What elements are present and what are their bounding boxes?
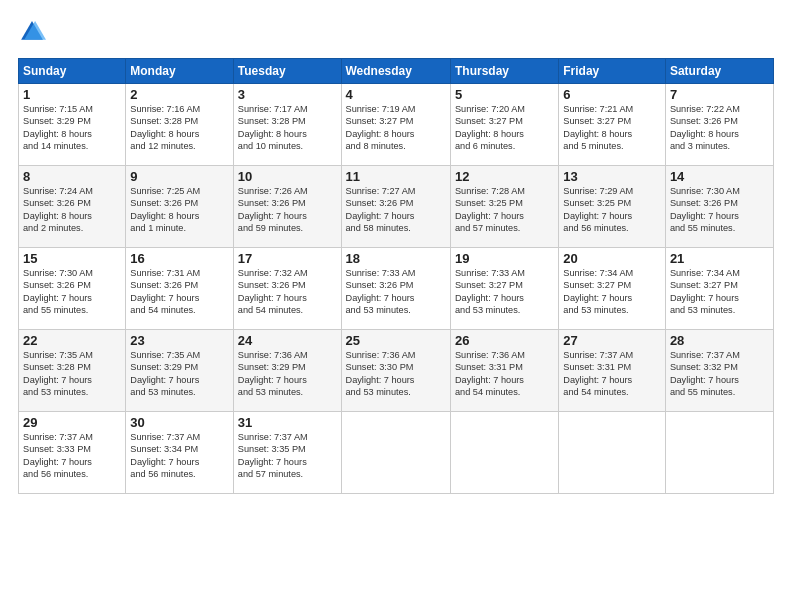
day-info: Sunrise: 7:24 AM Sunset: 3:26 PM Dayligh… [23, 185, 121, 235]
day-info: Sunrise: 7:37 AM Sunset: 3:35 PM Dayligh… [238, 431, 337, 481]
day-info: Sunrise: 7:37 AM Sunset: 3:34 PM Dayligh… [130, 431, 228, 481]
day-number: 29 [23, 415, 121, 430]
day-info: Sunrise: 7:30 AM Sunset: 3:26 PM Dayligh… [670, 185, 769, 235]
calendar-day-cell: 1Sunrise: 7:15 AM Sunset: 3:29 PM Daylig… [19, 84, 126, 166]
day-info: Sunrise: 7:32 AM Sunset: 3:26 PM Dayligh… [238, 267, 337, 317]
day-info: Sunrise: 7:31 AM Sunset: 3:26 PM Dayligh… [130, 267, 228, 317]
day-info: Sunrise: 7:36 AM Sunset: 3:30 PM Dayligh… [346, 349, 446, 399]
header [18, 18, 774, 46]
calendar-day-cell [665, 412, 773, 494]
day-number: 12 [455, 169, 554, 184]
calendar-day-cell: 28Sunrise: 7:37 AM Sunset: 3:32 PM Dayli… [665, 330, 773, 412]
day-info: Sunrise: 7:16 AM Sunset: 3:28 PM Dayligh… [130, 103, 228, 153]
calendar-week-row: 15Sunrise: 7:30 AM Sunset: 3:26 PM Dayli… [19, 248, 774, 330]
calendar-week-row: 22Sunrise: 7:35 AM Sunset: 3:28 PM Dayli… [19, 330, 774, 412]
day-info: Sunrise: 7:35 AM Sunset: 3:29 PM Dayligh… [130, 349, 228, 399]
day-number: 9 [130, 169, 228, 184]
calendar-day-cell [341, 412, 450, 494]
day-info: Sunrise: 7:33 AM Sunset: 3:26 PM Dayligh… [346, 267, 446, 317]
calendar-day-cell: 25Sunrise: 7:36 AM Sunset: 3:30 PM Dayli… [341, 330, 450, 412]
logo-icon [18, 18, 46, 46]
calendar-day-cell: 30Sunrise: 7:37 AM Sunset: 3:34 PM Dayli… [126, 412, 233, 494]
day-number: 8 [23, 169, 121, 184]
calendar-week-row: 29Sunrise: 7:37 AM Sunset: 3:33 PM Dayli… [19, 412, 774, 494]
day-info: Sunrise: 7:37 AM Sunset: 3:33 PM Dayligh… [23, 431, 121, 481]
day-number: 7 [670, 87, 769, 102]
calendar-day-cell: 17Sunrise: 7:32 AM Sunset: 3:26 PM Dayli… [233, 248, 341, 330]
calendar-day-cell: 26Sunrise: 7:36 AM Sunset: 3:31 PM Dayli… [450, 330, 558, 412]
day-info: Sunrise: 7:17 AM Sunset: 3:28 PM Dayligh… [238, 103, 337, 153]
day-number: 22 [23, 333, 121, 348]
calendar-day-cell: 14Sunrise: 7:30 AM Sunset: 3:26 PM Dayli… [665, 166, 773, 248]
day-number: 15 [23, 251, 121, 266]
calendar-day-cell: 4Sunrise: 7:19 AM Sunset: 3:27 PM Daylig… [341, 84, 450, 166]
day-number: 28 [670, 333, 769, 348]
calendar-header-sunday: Sunday [19, 59, 126, 84]
day-info: Sunrise: 7:30 AM Sunset: 3:26 PM Dayligh… [23, 267, 121, 317]
day-info: Sunrise: 7:22 AM Sunset: 3:26 PM Dayligh… [670, 103, 769, 153]
calendar-day-cell: 10Sunrise: 7:26 AM Sunset: 3:26 PM Dayli… [233, 166, 341, 248]
calendar-header-monday: Monday [126, 59, 233, 84]
calendar-week-row: 8Sunrise: 7:24 AM Sunset: 3:26 PM Daylig… [19, 166, 774, 248]
calendar-header-thursday: Thursday [450, 59, 558, 84]
day-number: 31 [238, 415, 337, 430]
day-info: Sunrise: 7:28 AM Sunset: 3:25 PM Dayligh… [455, 185, 554, 235]
calendar-day-cell: 29Sunrise: 7:37 AM Sunset: 3:33 PM Dayli… [19, 412, 126, 494]
day-info: Sunrise: 7:36 AM Sunset: 3:31 PM Dayligh… [455, 349, 554, 399]
day-info: Sunrise: 7:33 AM Sunset: 3:27 PM Dayligh… [455, 267, 554, 317]
day-number: 16 [130, 251, 228, 266]
calendar-day-cell: 16Sunrise: 7:31 AM Sunset: 3:26 PM Dayli… [126, 248, 233, 330]
calendar-day-cell: 6Sunrise: 7:21 AM Sunset: 3:27 PM Daylig… [559, 84, 666, 166]
day-number: 1 [23, 87, 121, 102]
day-number: 27 [563, 333, 661, 348]
calendar-header-tuesday: Tuesday [233, 59, 341, 84]
calendar-day-cell [450, 412, 558, 494]
calendar-day-cell [559, 412, 666, 494]
day-info: Sunrise: 7:27 AM Sunset: 3:26 PM Dayligh… [346, 185, 446, 235]
day-number: 24 [238, 333, 337, 348]
day-number: 30 [130, 415, 228, 430]
calendar-day-cell: 22Sunrise: 7:35 AM Sunset: 3:28 PM Dayli… [19, 330, 126, 412]
calendar-header-row: SundayMondayTuesdayWednesdayThursdayFrid… [19, 59, 774, 84]
day-info: Sunrise: 7:35 AM Sunset: 3:28 PM Dayligh… [23, 349, 121, 399]
calendar-day-cell: 24Sunrise: 7:36 AM Sunset: 3:29 PM Dayli… [233, 330, 341, 412]
calendar-header-friday: Friday [559, 59, 666, 84]
calendar-day-cell: 8Sunrise: 7:24 AM Sunset: 3:26 PM Daylig… [19, 166, 126, 248]
calendar-day-cell: 7Sunrise: 7:22 AM Sunset: 3:26 PM Daylig… [665, 84, 773, 166]
day-number: 13 [563, 169, 661, 184]
calendar-day-cell: 12Sunrise: 7:28 AM Sunset: 3:25 PM Dayli… [450, 166, 558, 248]
day-number: 5 [455, 87, 554, 102]
day-info: Sunrise: 7:37 AM Sunset: 3:31 PM Dayligh… [563, 349, 661, 399]
day-info: Sunrise: 7:26 AM Sunset: 3:26 PM Dayligh… [238, 185, 337, 235]
day-info: Sunrise: 7:37 AM Sunset: 3:32 PM Dayligh… [670, 349, 769, 399]
day-info: Sunrise: 7:29 AM Sunset: 3:25 PM Dayligh… [563, 185, 661, 235]
day-info: Sunrise: 7:21 AM Sunset: 3:27 PM Dayligh… [563, 103, 661, 153]
day-info: Sunrise: 7:25 AM Sunset: 3:26 PM Dayligh… [130, 185, 228, 235]
calendar-day-cell: 23Sunrise: 7:35 AM Sunset: 3:29 PM Dayli… [126, 330, 233, 412]
day-info: Sunrise: 7:34 AM Sunset: 3:27 PM Dayligh… [670, 267, 769, 317]
day-number: 14 [670, 169, 769, 184]
day-number: 10 [238, 169, 337, 184]
day-info: Sunrise: 7:19 AM Sunset: 3:27 PM Dayligh… [346, 103, 446, 153]
day-info: Sunrise: 7:15 AM Sunset: 3:29 PM Dayligh… [23, 103, 121, 153]
day-number: 21 [670, 251, 769, 266]
calendar-day-cell: 19Sunrise: 7:33 AM Sunset: 3:27 PM Dayli… [450, 248, 558, 330]
calendar-day-cell: 5Sunrise: 7:20 AM Sunset: 3:27 PM Daylig… [450, 84, 558, 166]
day-number: 6 [563, 87, 661, 102]
calendar-day-cell: 13Sunrise: 7:29 AM Sunset: 3:25 PM Dayli… [559, 166, 666, 248]
day-number: 25 [346, 333, 446, 348]
calendar-header-saturday: Saturday [665, 59, 773, 84]
calendar-day-cell: 31Sunrise: 7:37 AM Sunset: 3:35 PM Dayli… [233, 412, 341, 494]
calendar-day-cell: 20Sunrise: 7:34 AM Sunset: 3:27 PM Dayli… [559, 248, 666, 330]
day-number: 18 [346, 251, 446, 266]
calendar-day-cell: 9Sunrise: 7:25 AM Sunset: 3:26 PM Daylig… [126, 166, 233, 248]
logo [18, 18, 48, 46]
day-number: 23 [130, 333, 228, 348]
calendar-day-cell: 11Sunrise: 7:27 AM Sunset: 3:26 PM Dayli… [341, 166, 450, 248]
calendar-day-cell: 15Sunrise: 7:30 AM Sunset: 3:26 PM Dayli… [19, 248, 126, 330]
calendar-day-cell: 18Sunrise: 7:33 AM Sunset: 3:26 PM Dayli… [341, 248, 450, 330]
day-number: 19 [455, 251, 554, 266]
calendar-day-cell: 21Sunrise: 7:34 AM Sunset: 3:27 PM Dayli… [665, 248, 773, 330]
day-number: 4 [346, 87, 446, 102]
day-number: 3 [238, 87, 337, 102]
